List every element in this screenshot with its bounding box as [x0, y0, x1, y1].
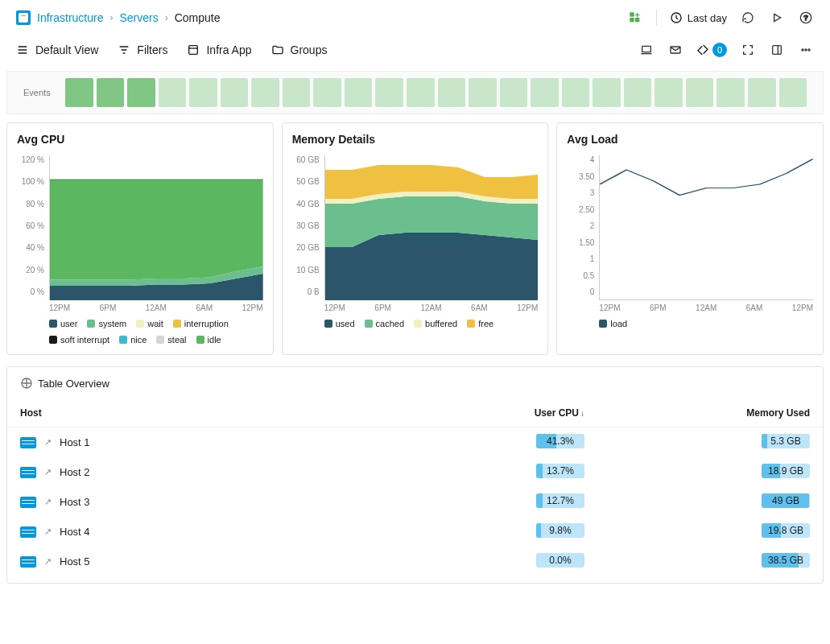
- legend-item[interactable]: system: [87, 319, 126, 328]
- legend-swatch: [136, 320, 144, 328]
- help-icon[interactable]: ?: [798, 10, 814, 26]
- events-label: Events: [23, 88, 56, 97]
- svg-rect-9: [642, 46, 651, 52]
- chart-card: Avg Load43.5032.5021.5010.5012PM6PM12AM6…: [556, 122, 824, 355]
- memory-pill: 18.9 GB: [762, 464, 810, 478]
- user-cpu-pill: 9.8%: [536, 523, 584, 538]
- chevron-right-icon: ›: [165, 12, 168, 23]
- chart-card: Avg CPU120 %100 %80 %60 %40 %20 %0 %12PM…: [6, 122, 274, 355]
- play-icon[interactable]: [769, 10, 785, 26]
- infra-app-button[interactable]: Infra App: [187, 43, 251, 56]
- fullscreen-icon[interactable]: [740, 42, 756, 58]
- open-link-icon[interactable]: ↗: [44, 467, 52, 477]
- legend-swatch: [467, 320, 475, 328]
- event-bar[interactable]: [438, 78, 466, 107]
- event-bar[interactable]: [65, 78, 93, 107]
- mail-icon[interactable]: [667, 42, 683, 58]
- svg-rect-2: [630, 13, 634, 16]
- event-bar[interactable]: [624, 78, 652, 107]
- breadcrumb-servers[interactable]: Servers: [119, 11, 158, 24]
- legend-swatch: [49, 336, 57, 344]
- svg-rect-11: [773, 46, 782, 55]
- event-bar[interactable]: [251, 78, 279, 107]
- table-row[interactable]: ↗Host 49.8%19.8 GB: [7, 517, 823, 547]
- event-bar[interactable]: [97, 78, 125, 107]
- open-link-icon[interactable]: ↗: [44, 556, 52, 567]
- event-bar[interactable]: [593, 78, 621, 107]
- chart-title: Memory Details: [292, 133, 539, 146]
- legend-label: nice: [130, 335, 147, 345]
- open-link-icon[interactable]: ↗: [44, 497, 52, 507]
- event-bar[interactable]: [313, 78, 341, 107]
- legend-item[interactable]: free: [467, 319, 493, 328]
- legend-item[interactable]: used: [324, 319, 355, 328]
- event-bar[interactable]: [283, 78, 311, 107]
- event-bar[interactable]: [345, 78, 373, 107]
- col-user-cpu[interactable]: User CPU↓: [372, 399, 597, 427]
- add-widget-icon[interactable]: [627, 10, 643, 26]
- legend-label: user: [60, 319, 77, 328]
- event-bar[interactable]: [375, 78, 403, 107]
- alerts-indicator[interactable]: 0: [696, 43, 727, 57]
- sort-desc-icon: ↓: [580, 409, 584, 418]
- user-cpu-pill: 12.7%: [536, 493, 584, 508]
- legend-item[interactable]: steal: [156, 335, 186, 345]
- table-row[interactable]: ↗Host 141.3%5.3 GB: [7, 427, 823, 458]
- refresh-icon[interactable]: [740, 10, 756, 26]
- time-range-selector[interactable]: Last day: [670, 11, 727, 24]
- memory-pill: 19.8 GB: [762, 523, 810, 538]
- event-bar[interactable]: [407, 78, 435, 107]
- event-bar[interactable]: [127, 78, 155, 107]
- event-bar[interactable]: [159, 78, 187, 107]
- table-row[interactable]: ↗Host 312.7%49 GB: [7, 487, 823, 517]
- host-name: Host 4: [60, 526, 90, 538]
- breadcrumb-infrastructure[interactable]: Infrastructure: [37, 11, 103, 24]
- col-host[interactable]: Host: [7, 399, 372, 427]
- panel-toggle-icon[interactable]: [769, 42, 785, 58]
- legend-item[interactable]: buffered: [414, 319, 457, 328]
- default-view-label: Default View: [35, 43, 98, 56]
- event-bar[interactable]: [562, 78, 590, 107]
- table-row[interactable]: ↗Host 213.7%18.9 GB: [7, 457, 823, 487]
- app-logo-icon[interactable]: [16, 10, 31, 25]
- open-link-icon[interactable]: ↗: [44, 437, 52, 448]
- event-bar[interactable]: [748, 78, 776, 107]
- legend-item[interactable]: idle: [196, 335, 221, 345]
- event-bar[interactable]: [531, 78, 559, 107]
- host-name: Host 2: [60, 466, 90, 478]
- event-bar[interactable]: [716, 78, 745, 107]
- legend-label: wait: [147, 319, 163, 328]
- host-name: Host 1: [60, 436, 90, 448]
- legend-swatch: [173, 320, 181, 328]
- event-bar[interactable]: [500, 78, 528, 107]
- open-link-icon[interactable]: ↗: [44, 526, 52, 537]
- legend-item[interactable]: cached: [365, 319, 404, 328]
- legend-label: idle: [208, 335, 221, 345]
- legend-item[interactable]: load: [599, 319, 627, 328]
- event-bar[interactable]: [655, 78, 683, 107]
- event-bar[interactable]: [189, 78, 217, 107]
- legend-label: cached: [376, 319, 404, 328]
- table-row[interactable]: ↗Host 50.0%38.5 GB: [7, 547, 823, 576]
- event-bar[interactable]: [469, 78, 497, 107]
- legend-item[interactable]: user: [49, 319, 77, 328]
- legend-item[interactable]: soft interrupt: [49, 335, 109, 345]
- chart-title: Avg Load: [567, 133, 813, 146]
- svg-text:?: ?: [803, 14, 808, 22]
- groups-button[interactable]: Groups: [271, 43, 328, 56]
- event-bar[interactable]: [221, 78, 249, 107]
- user-cpu-pill: 41.3%: [536, 434, 584, 448]
- legend-item[interactable]: interruption: [173, 319, 229, 328]
- event-bar[interactable]: [686, 78, 714, 107]
- legend-swatch: [365, 320, 373, 328]
- more-icon[interactable]: [798, 42, 814, 58]
- svg-rect-4: [636, 19, 639, 22]
- legend-item[interactable]: nice: [119, 335, 147, 345]
- laptop-icon[interactable]: [638, 42, 655, 58]
- filters-button[interactable]: Filters: [118, 43, 167, 56]
- col-memory-used[interactable]: Memory Used: [597, 399, 823, 427]
- default-view-menu[interactable]: Default View: [16, 43, 98, 56]
- legend-item[interactable]: wait: [136, 319, 163, 328]
- event-bar[interactable]: [779, 78, 807, 107]
- legend-label: used: [336, 319, 355, 328]
